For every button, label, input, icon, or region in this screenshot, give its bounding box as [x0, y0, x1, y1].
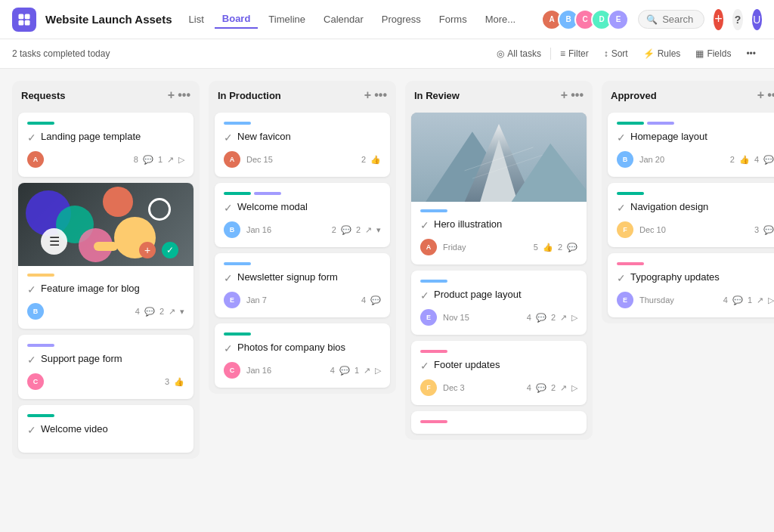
- expand-icon[interactable]: ▾: [180, 307, 184, 317]
- card-date: Jan 16: [246, 366, 324, 375]
- comment-count: 4: [330, 366, 335, 375]
- card-partial-review[interactable]: [411, 411, 587, 434]
- card-homepage-layout[interactable]: ✓ Homepage layout B Jan 20 2 👍 4 💬: [608, 113, 774, 177]
- column-title-requests: Requests: [21, 90, 163, 101]
- expand-icon[interactable]: ▷: [571, 383, 577, 393]
- column-menu-requests-button[interactable]: •••: [178, 88, 190, 102]
- comment-count: 8: [134, 155, 138, 164]
- nav-calendar[interactable]: Calendar: [316, 11, 371, 28]
- card-footer-updates[interactable]: ✓ Footer updates F Dec 3 4 💬 2 ↗ ▷: [411, 341, 587, 405]
- card-tags: [27, 344, 184, 347]
- expand-icon[interactable]: ▷: [375, 366, 381, 376]
- add-button[interactable]: +: [714, 9, 723, 30]
- card-title: ✓ Product page layout: [420, 289, 577, 302]
- expand-icon[interactable]: ▷: [571, 313, 577, 323]
- decoration: [148, 198, 171, 221]
- card-photos-bios[interactable]: ✓ Photos for company bios C Jan 16 4 💬 1…: [215, 323, 390, 388]
- share-count: 2: [551, 383, 556, 392]
- search-box[interactable]: 🔍: [638, 10, 704, 29]
- card-body: ✓ Hero illustration A Friday 5 👍 2 💬: [411, 209, 587, 255]
- nav-timeline[interactable]: Timeline: [261, 11, 313, 28]
- svg-rect-0: [19, 14, 24, 19]
- card-meta: F Dec 10 3 💬: [617, 221, 774, 238]
- column-menu-review-button[interactable]: •••: [571, 88, 584, 102]
- avatar: A: [420, 239, 437, 255]
- share-count: 1: [158, 155, 163, 164]
- nav-board[interactable]: Board: [215, 10, 259, 29]
- share-icon: ↗: [757, 295, 763, 305]
- column-requests: Requests + ••• ✓ Landing page template A: [12, 81, 200, 459]
- card-stats: 4 💬 1 ↗ ▷: [330, 366, 381, 376]
- card-tag: [617, 262, 644, 265]
- card-tags: [420, 280, 577, 283]
- avatar: E: [224, 292, 240, 308]
- column-menu-production-button[interactable]: •••: [374, 88, 387, 102]
- card-navigation-design[interactable]: ✓ Navigation design F Dec 10 3 💬: [608, 183, 774, 247]
- column-actions-in-production: + •••: [364, 88, 387, 102]
- card-date: Jan 7: [246, 295, 355, 305]
- card-hero-illustration[interactable]: ✓ Hero illustration A Friday 5 👍 2 💬: [411, 113, 587, 264]
- card-stats: 2 👍 4 💬: [730, 155, 774, 165]
- card-typography-updates[interactable]: ✓ Typography updates E Thursday 4 💬 1 ↗ …: [608, 253, 774, 317]
- avatar: B: [224, 221, 240, 238]
- nav-more[interactable]: More...: [478, 11, 523, 28]
- column-menu-approved-button[interactable]: •••: [767, 88, 774, 102]
- add-card-review-button[interactable]: +: [561, 88, 568, 102]
- like-count: 5: [534, 243, 538, 252]
- card-newsletter-signup[interactable]: ✓ Newsletter signup form E Jan 7 4 💬: [215, 253, 390, 317]
- like-count: 2: [730, 155, 735, 164]
- card-stats: 4 💬 2 ↗ ▷: [527, 313, 577, 323]
- like-count: 3: [165, 377, 169, 386]
- expand-icon[interactable]: ▷: [178, 155, 184, 165]
- add-card-production-button[interactable]: +: [364, 88, 371, 102]
- nav-list[interactable]: List: [181, 11, 212, 28]
- nav-progress[interactable]: Progress: [374, 11, 429, 28]
- expand-icon[interactable]: ▷: [768, 295, 774, 305]
- toolbar: 2 tasks completed today ◎ All tasks ≡ Fi…: [0, 39, 774, 69]
- card-tag: [254, 192, 281, 195]
- check-icon: ✓: [224, 342, 233, 354]
- check-icon: ✓: [27, 354, 36, 366]
- fields-button[interactable]: ▦ Fields: [689, 45, 737, 62]
- card-welcome-video[interactable]: ✓ Welcome video: [18, 405, 194, 453]
- column-title-approved: Approved: [611, 90, 753, 101]
- more-options-button[interactable]: •••: [740, 45, 762, 62]
- add-card-requests-button[interactable]: +: [168, 88, 175, 102]
- check-icon: ✓: [617, 131, 626, 144]
- card-meta: C Jan 16 4 💬 1 ↗ ▷: [224, 362, 381, 379]
- card-title: ✓ Welcome video: [27, 423, 184, 436]
- card-date: Dec 3: [443, 383, 521, 392]
- card-new-favicon[interactable]: ✓ New favicon A Dec 15 2 👍: [215, 113, 390, 177]
- share-count: 2: [159, 307, 164, 316]
- card-tags: [420, 209, 577, 212]
- decoration: [94, 242, 118, 251]
- comment-icon: 💬: [370, 295, 381, 305]
- expand-icon[interactable]: ▾: [376, 225, 381, 235]
- rules-button[interactable]: ⚡ Rules: [637, 45, 687, 62]
- user-menu-button[interactable]: U: [752, 9, 762, 30]
- avatar: F: [420, 379, 437, 396]
- card-welcome-modal[interactable]: ✓ Welcome modal B Jan 16 2 💬 2 ↗ ▾: [215, 183, 390, 247]
- add-card-approved-button[interactable]: +: [757, 88, 764, 102]
- nav-forms[interactable]: Forms: [432, 11, 475, 28]
- card-date: Thursday: [639, 295, 717, 305]
- comment-icon: 💬: [763, 155, 774, 165]
- card-tag: [647, 122, 674, 125]
- card-support-page[interactable]: ✓ Support page form C 3 👍: [18, 335, 194, 399]
- search-icon: 🔍: [646, 14, 658, 25]
- help-button[interactable]: ?: [732, 9, 742, 30]
- sort-button[interactable]: ↕ Sort: [598, 45, 634, 62]
- card-landing-page[interactable]: ✓ Landing page template A 8 💬 1 ↗ ▷: [18, 113, 194, 177]
- card-product-page[interactable]: ✓ Product page layout E Nov 15 4 💬 2 ↗ ▷: [411, 271, 587, 335]
- card-stats: 8 💬 1 ↗ ▷: [134, 155, 184, 165]
- column-title-in-review: In Review: [414, 90, 556, 101]
- share-icon: ↗: [365, 225, 372, 235]
- card-feature-image[interactable]: ☰ ✓ + ✓ Feature image for blog B: [18, 183, 194, 329]
- all-tasks-button[interactable]: ◎ All tasks: [491, 45, 547, 62]
- card-meta: B Jan 16 2 💬 2 ↗ ▾: [224, 221, 381, 238]
- filter-button[interactable]: ≡ Filter: [554, 45, 595, 62]
- card-tags: [224, 192, 381, 195]
- toolbar-status: 2 tasks completed today: [12, 48, 488, 59]
- search-input[interactable]: [662, 14, 696, 25]
- card-tags: [224, 262, 381, 265]
